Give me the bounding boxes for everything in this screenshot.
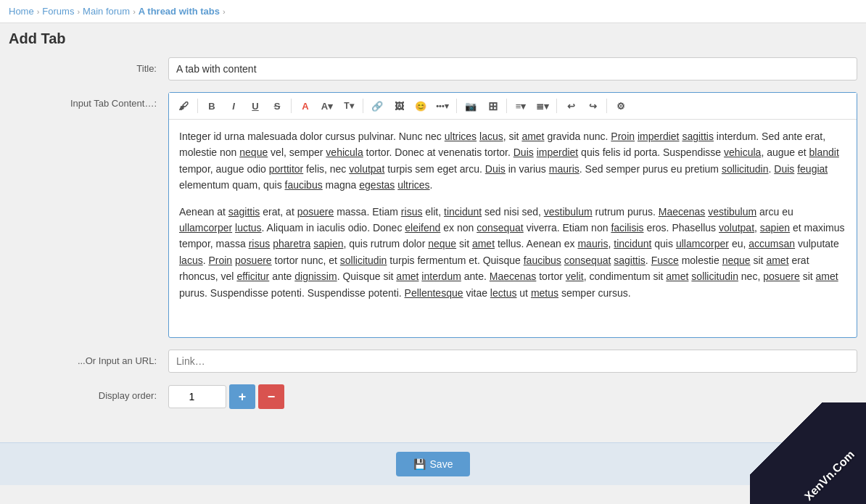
title-label: Title: (9, 57, 168, 74)
breadcrumb-sep-3: › (133, 7, 136, 16)
editor-paragraph-1: Integer id urna malesuada dolor cursus p… (179, 128, 846, 194)
content-label: Input Tab Content…: (9, 92, 168, 109)
breadcrumb-sep-2: › (77, 7, 80, 16)
main-content: Title: Input Tab Content…: 🖌 B I U S A (0, 57, 866, 435)
url-label: ...Or Input an URL: (9, 350, 168, 366)
title-row: Title: (9, 57, 857, 80)
toolbar-color-btn[interactable]: A (295, 96, 316, 115)
editor-toolbar: 🖌 B I U S A A▾ T▾ 🔗 🖼 (169, 93, 857, 120)
toolbar-italic-btn[interactable]: I (223, 96, 244, 115)
order-label: Display order: (9, 384, 168, 401)
form-footer: 💾 Save (0, 442, 866, 485)
toolbar-fontsize-btn[interactable]: A▾ (317, 96, 337, 115)
order-plus-btn[interactable]: + (229, 384, 255, 409)
order-minus-btn[interactable]: − (258, 384, 284, 409)
toolbar-image-btn[interactable]: 🖼 (389, 96, 409, 115)
toolbar-sep-3 (363, 99, 363, 113)
toolbar-align-btn[interactable]: ≡▾ (511, 96, 531, 115)
editor-container: 🖌 B I U S A A▾ T▾ 🔗 🖼 (168, 92, 857, 338)
toolbar-settings-btn[interactable]: ⚙ (611, 96, 631, 115)
toolbar-redo-btn[interactable]: ↪ (582, 96, 603, 115)
breadcrumb-sep-1: › (37, 7, 40, 16)
title-control-wrap (168, 57, 857, 80)
toolbar-link-btn[interactable]: 🔗 (367, 96, 387, 115)
toolbar-bold-btn[interactable]: B (202, 96, 222, 115)
order-row: Display order: + − (9, 384, 857, 409)
breadcrumb-forums[interactable]: Forums (42, 6, 74, 17)
toolbar-list-btn[interactable]: ≣▾ (532, 96, 553, 115)
breadcrumb-main-forum[interactable]: Main forum (83, 6, 130, 17)
toolbar-media-btn[interactable]: ⊞ (482, 96, 503, 115)
toolbar-sep-5 (506, 99, 507, 113)
url-row: ...Or Input an URL: (9, 350, 857, 373)
save-button[interactable]: 💾 Save (396, 452, 471, 476)
editor-paragraph-2: Aenean at sagittis erat, at posuere mass… (179, 204, 846, 301)
toolbar-eraser-btn[interactable]: 🖌 (173, 96, 194, 115)
content-control-wrap: 🖌 B I U S A A▾ T▾ 🔗 🖼 (168, 92, 857, 338)
toolbar-sep-4 (456, 99, 457, 113)
breadcrumb-home[interactable]: Home (9, 6, 34, 17)
order-input[interactable] (168, 385, 226, 408)
toolbar-underline-btn[interactable]: U (245, 96, 265, 115)
title-input[interactable] (168, 57, 857, 80)
url-control-wrap (168, 350, 857, 373)
page-title: Add Tab (0, 23, 866, 57)
toolbar-camera-btn[interactable]: 📷 (461, 96, 481, 115)
display-order-wrap: + − (168, 384, 857, 409)
toolbar-emoji-btn[interactable]: 😊 (411, 96, 431, 115)
toolbar-sep-7 (606, 99, 607, 113)
toolbar-textsize-btn[interactable]: T▾ (339, 96, 359, 115)
toolbar-strike-btn[interactable]: S (267, 96, 287, 115)
save-icon: 💾 (413, 458, 426, 470)
url-input[interactable] (168, 350, 857, 373)
breadcrumb-sep-4: › (223, 7, 226, 16)
toolbar-undo-btn[interactable]: ↩ (561, 96, 581, 115)
toolbar-sep-6 (556, 99, 557, 113)
breadcrumb: Home › Forums › Main forum › A thread wi… (0, 0, 866, 23)
save-label: Save (430, 458, 453, 470)
order-control-wrap: + − (168, 384, 857, 409)
toolbar-sep-1 (197, 99, 198, 113)
content-row: Input Tab Content…: 🖌 B I U S A A▾ (9, 92, 857, 338)
breadcrumb-current: A thread with tabs (139, 6, 220, 17)
toolbar-sep-2 (291, 99, 292, 113)
toolbar-more-btn[interactable]: •••▾ (432, 96, 453, 115)
editor-content[interactable]: Integer id urna malesuada dolor cursus p… (169, 120, 857, 337)
